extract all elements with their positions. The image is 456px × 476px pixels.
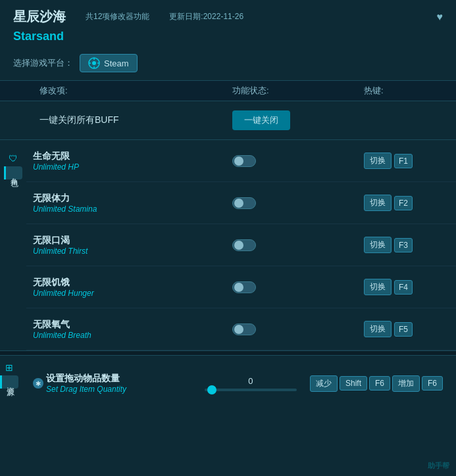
resources-section: ⊞ 资源 ✱ 设置拖动物品数量 Set Drag Item Quantity 0 xyxy=(0,356,456,411)
toggle-switch-1[interactable] xyxy=(232,197,256,209)
one-key-btn-area: 一键关闭 xyxy=(232,110,364,130)
mod-name-cn-1: 无限体力 xyxy=(33,193,232,204)
svg-point-1 xyxy=(92,61,96,65)
table-row: 无限氧气 Unlimited Breath 切换 F5 xyxy=(26,308,456,350)
char-label-wrapper: 🛡 角色 xyxy=(4,153,22,179)
mod-info-3: 无限饥饿 Unlimited Hunger xyxy=(26,277,232,298)
resources-sidebar: ⊞ 资源 xyxy=(0,356,26,411)
drag-slider-track[interactable] xyxy=(205,389,297,391)
mod-name-cn-4: 无限氧气 xyxy=(33,319,232,331)
hotkey-key-1: F2 xyxy=(394,196,413,210)
platform-row: 选择游戏平台： Steam xyxy=(0,50,456,80)
drag-name-cn: 设置拖动物品数量 xyxy=(46,373,126,385)
toggle-switch-4[interactable] xyxy=(232,323,256,335)
hotkey-area-3: 切换 F4 xyxy=(364,279,443,295)
mod-info-2: 无限口渴 Unlimited Thirst xyxy=(26,235,232,256)
header-meta-date: 更新日期:2022-11-26 xyxy=(169,11,243,22)
drag-row: ✱ 设置拖动物品数量 Set Drag Item Quantity 0 减少 S… xyxy=(33,362,443,404)
col-mod-header: 修改项: xyxy=(39,85,232,97)
toggle-switch-2[interactable] xyxy=(232,239,256,251)
hotkey-area-4: 切换 F5 xyxy=(364,321,443,337)
mod-info-0: 生命无限 Unlimited HP xyxy=(26,151,232,172)
drag-controls: 减少 Shift F6 增加 F6 xyxy=(310,375,443,392)
toggle-area-3 xyxy=(232,281,364,293)
col-status-header: 功能状态: xyxy=(232,85,364,97)
mod-name-cn-3: 无限饥饿 xyxy=(33,277,232,289)
hotkey-area-2: 切换 F3 xyxy=(364,237,443,253)
hotkey-toggle-btn-3[interactable]: 切换 xyxy=(364,279,392,295)
hotkey-toggle-btn-0[interactable]: 切换 xyxy=(364,153,392,169)
steam-icon xyxy=(88,57,100,69)
drag-info: ✱ 设置拖动物品数量 Set Drag Item Quantity xyxy=(33,373,198,394)
favorite-icon[interactable]: ♥ xyxy=(437,11,443,23)
toggle-knob-2 xyxy=(234,241,243,250)
resources-icon: ⊞ xyxy=(5,362,13,373)
toggle-knob-1 xyxy=(234,199,243,208)
toggle-switch-0[interactable] xyxy=(232,155,256,167)
hotkey-area-0: 切换 F1 xyxy=(364,153,443,169)
drag-names: 设置拖动物品数量 Set Drag Item Quantity xyxy=(46,373,126,394)
mod-name-en-2: Unlimited Thirst xyxy=(33,247,232,256)
increase-button[interactable]: 增加 xyxy=(392,375,420,392)
drag-name-en: Set Drag Item Quantity xyxy=(46,385,126,394)
toggle-knob-0 xyxy=(234,156,243,166)
resources-sidebar-label: 资源 xyxy=(0,375,18,389)
section-divider xyxy=(0,350,456,356)
toggle-area-2 xyxy=(232,239,364,251)
header-meta-count: 共12项修改器功能 xyxy=(86,11,149,22)
mod-name-en-0: Unlimited HP xyxy=(33,162,232,172)
character-content: 生命无限 Unlimited HP 切换 F1 无限体力 Unlimited S… xyxy=(26,140,456,350)
mod-name-cn-2: 无限口渴 xyxy=(33,235,232,247)
toggle-switch-3[interactable] xyxy=(232,281,256,293)
table-row: 无限体力 Unlimited Stamina 切换 F2 xyxy=(26,182,456,224)
table-row: 无限口渴 Unlimited Thirst 切换 F3 xyxy=(26,224,456,266)
resources-content: ✱ 设置拖动物品数量 Set Drag Item Quantity 0 减少 S… xyxy=(26,356,456,411)
table-header: 修改项: 功能状态: 热键: xyxy=(0,80,456,101)
hotkey-key-0: F1 xyxy=(394,154,413,168)
mod-info-1: 无限体力 Unlimited Stamina xyxy=(26,193,232,214)
mod-name-cn-0: 生命无限 xyxy=(33,151,232,162)
header: 星辰沙海 共12项修改器功能 更新日期:2022-11-26 ♥ xyxy=(0,0,456,30)
drag-slider-area: 0 xyxy=(198,376,303,391)
hotkey-toggle-btn-1[interactable]: 切换 xyxy=(364,195,392,211)
steam-button[interactable]: Steam xyxy=(80,54,138,72)
toggle-area-0 xyxy=(232,155,364,167)
hotkey-toggle-btn-4[interactable]: 切换 xyxy=(364,321,392,337)
hotkey-toggle-btn-2[interactable]: 切换 xyxy=(364,237,392,253)
drag-value: 0 xyxy=(248,376,253,386)
hotkey-key-4: F5 xyxy=(394,322,413,337)
toggle-knob-4 xyxy=(234,325,243,334)
decrease-button[interactable]: 减少 xyxy=(310,375,338,392)
shift-button[interactable]: Shift xyxy=(340,376,367,391)
f6-increase-button[interactable]: F6 xyxy=(422,376,443,391)
hotkey-area-1: 切换 F2 xyxy=(364,195,443,211)
character-sidebar: 🛡 角色 xyxy=(0,140,26,350)
toggle-area-1 xyxy=(232,197,364,209)
toggle-area-4 xyxy=(232,323,364,335)
one-key-label: 一键关闭所有BUFF xyxy=(39,114,232,126)
resources-label-wrapper: ⊞ 资源 xyxy=(0,362,18,389)
hotkey-key-2: F3 xyxy=(394,238,413,252)
toggle-knob-3 xyxy=(234,283,243,292)
drag-info-row: ✱ 设置拖动物品数量 Set Drag Item Quantity xyxy=(33,373,198,394)
f6-decrease-button[interactable]: F6 xyxy=(369,376,390,391)
mod-name-en-1: Unlimited Stamina xyxy=(33,204,232,214)
table-row: 无限饥饿 Unlimited Hunger 切换 F4 xyxy=(26,266,456,308)
one-key-row: 一键关闭所有BUFF 一键关闭 xyxy=(0,101,456,140)
character-sidebar-label: 角色 xyxy=(4,166,22,179)
drag-slider-thumb[interactable] xyxy=(207,385,216,394)
drag-item-icon: ✱ xyxy=(33,378,43,389)
col-hotkey-header: 热键: xyxy=(364,85,443,97)
steam-label: Steam xyxy=(104,59,129,68)
one-key-button[interactable]: 一键关闭 xyxy=(232,110,290,130)
platform-label: 选择游戏平台： xyxy=(13,57,73,69)
character-icon: 🛡 xyxy=(9,153,18,164)
table-row: 生命无限 Unlimited HP 切换 F1 xyxy=(26,140,456,182)
game-title-cn: 星辰沙海 xyxy=(13,8,66,26)
mod-name-en-4: Unlimited Breath xyxy=(33,331,232,340)
mod-name-en-3: Unlimited Hunger xyxy=(33,289,232,298)
character-section: 🛡 角色 生命无限 Unlimited HP 切换 F1 无限体力 xyxy=(0,140,456,350)
mod-info-4: 无限氧气 Unlimited Breath xyxy=(26,319,232,340)
hotkey-key-3: F4 xyxy=(394,280,413,295)
watermark: 助手帮 xyxy=(428,461,449,471)
